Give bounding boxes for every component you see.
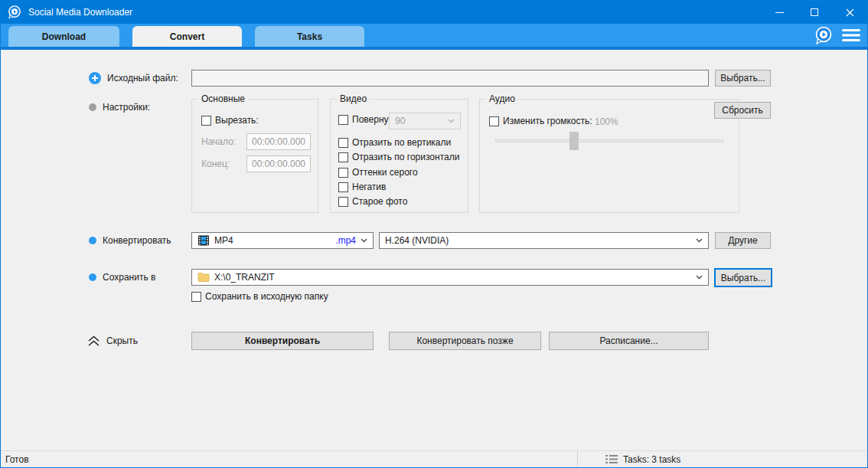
save-label-row: Сохранить в — [89, 269, 155, 286]
save-to-source-row[interactable]: Сохранить в исходную папку — [191, 291, 328, 302]
start-label: Начало: — [201, 136, 236, 147]
negative-label: Негатив — [352, 182, 386, 192]
close-icon — [846, 8, 854, 17]
rotate-checkbox[interactable] — [338, 115, 348, 125]
volume-label: Изменить громкость: — [503, 116, 592, 126]
save-path-value: X:\0_TRANZIT — [214, 272, 691, 283]
volume-value: 100% — [595, 116, 618, 127]
negative-checkbox[interactable] — [338, 182, 348, 192]
source-file-input[interactable] — [191, 70, 709, 87]
flip-horizontal-row[interactable]: Отразить по горизонтали — [338, 152, 459, 162]
group-general: Основные Вырезать: Начало: Конец: — [191, 99, 318, 213]
window-title: Social Media Downloader — [28, 7, 132, 18]
convert-panel: Исходный файл: Выбрать... Настройки: Сбр… — [1, 50, 867, 450]
start-time-input[interactable] — [246, 133, 311, 150]
save-browse-button[interactable]: Выбрать... — [714, 268, 772, 287]
chevron-down-icon — [696, 238, 703, 243]
end-time-input[interactable] — [246, 155, 311, 172]
folder-icon — [197, 272, 210, 283]
app-window: Social Media Downloader Download Convert… — [0, 0, 868, 468]
volume-slider-track[interactable] — [495, 139, 723, 142]
chevron-double-up-icon — [87, 335, 100, 347]
status-bar: Готов Tasks: 3 tasks — [1, 450, 867, 467]
save-path-select[interactable]: X:\0_TRANZIT — [191, 269, 709, 286]
rotate-select-value: 90 — [395, 116, 443, 126]
volume-slider-handle[interactable] — [569, 132, 579, 150]
convert-button[interactable]: Конвертировать — [191, 332, 374, 350]
settings-label-row: Настройки: — [89, 99, 150, 116]
codec-select[interactable]: H.264 (NVIDIA) — [379, 232, 709, 249]
other-formats-button[interactable]: Другие — [715, 232, 771, 249]
grayscale-label: Оттенки серого — [352, 167, 418, 178]
save-label: Сохранить в — [103, 272, 155, 283]
save-bullet-icon — [89, 273, 96, 281]
chevron-down-icon — [448, 119, 455, 123]
cut-label: Вырезать: — [215, 115, 259, 126]
status-text: Готов — [5, 454, 29, 465]
hide-toggle[interactable]: Скрыть — [87, 332, 138, 349]
flip-vertical-row[interactable]: Отразить по вертикали — [338, 137, 451, 148]
maximize-icon — [811, 8, 818, 16]
format-extension: .mp4 — [335, 235, 356, 246]
close-button[interactable] — [832, 1, 867, 24]
window-controls — [762, 1, 867, 24]
flip-vertical-checkbox[interactable] — [338, 138, 348, 148]
old-photo-row[interactable]: Старое фото — [338, 196, 407, 207]
negative-row[interactable]: Негатив — [338, 182, 386, 192]
group-general-legend: Основные — [198, 93, 248, 104]
flip-horizontal-checkbox[interactable] — [338, 152, 348, 162]
grayscale-checkbox[interactable] — [338, 168, 348, 178]
volume-checkbox-row[interactable]: Изменить громкость: — [489, 116, 592, 126]
film-icon — [197, 234, 210, 247]
tasks-count-text: Tasks: 3 tasks — [623, 454, 680, 465]
menu-icon[interactable] — [841, 28, 861, 43]
convert-bullet-icon — [89, 237, 96, 244]
old-photo-label: Старое фото — [352, 196, 407, 207]
end-label: Конец: — [201, 159, 230, 169]
chevron-down-icon — [361, 238, 367, 243]
rotate-select[interactable]: 90 — [389, 113, 461, 129]
hide-label: Скрыть — [106, 335, 138, 346]
convert-label: Конвертировать — [103, 235, 171, 246]
app-icon — [7, 5, 22, 19]
format-select[interactable]: MP4 .mp4 — [191, 232, 374, 249]
source-file-label-row: Исходный файл: — [89, 70, 178, 87]
chevron-down-icon — [696, 275, 703, 280]
save-to-source-label: Сохранить в исходную папку — [205, 291, 328, 302]
tab-bar: Download Convert Tasks — [1, 24, 867, 50]
cut-checkbox-row[interactable]: Вырезать: — [201, 115, 259, 126]
grayscale-row[interactable]: Оттенки серого — [338, 167, 418, 178]
flip-vertical-label: Отразить по вертикали — [352, 137, 451, 148]
tab-download[interactable]: Download — [8, 26, 119, 47]
source-file-label: Исходный файл: — [107, 73, 178, 83]
task-list-icon — [605, 454, 618, 464]
source-browse-button[interactable]: Выбрать... — [715, 70, 771, 87]
title-bar: Social Media Downloader — [1, 1, 867, 24]
schedule-button[interactable]: Расписание... — [549, 332, 709, 350]
volume-checkbox[interactable] — [489, 116, 499, 126]
old-photo-checkbox[interactable] — [338, 197, 348, 207]
tab-convert[interactable]: Convert — [132, 26, 242, 47]
minimize-button[interactable] — [762, 1, 797, 24]
settings-bullet-icon — [89, 103, 96, 111]
flip-horizontal-label: Отразить по горизонтали — [352, 152, 459, 162]
convert-later-button[interactable]: Конвертировать позже — [389, 332, 541, 350]
help-bubble-icon[interactable] — [813, 25, 834, 45]
codec-value: H.264 (NVIDIA) — [385, 235, 691, 246]
group-video: Видео Повернуть 90 Отразить по вертикали… — [330, 99, 468, 213]
convert-label-row: Конвертировать — [89, 232, 171, 249]
settings-label: Настройки: — [103, 102, 150, 113]
group-audio: Аудио Изменить громкость: 100% — [479, 99, 739, 213]
group-video-legend: Видео — [337, 93, 370, 104]
tasks-status[interactable]: Tasks: 3 tasks — [577, 451, 867, 467]
tab-tasks[interactable]: Tasks — [255, 26, 364, 47]
minimize-icon — [775, 12, 784, 13]
save-to-source-checkbox[interactable] — [191, 292, 201, 302]
format-value: MP4 — [214, 235, 233, 246]
add-icon — [89, 72, 101, 84]
group-audio-legend: Аудио — [486, 93, 518, 104]
cut-checkbox[interactable] — [201, 116, 211, 126]
maximize-button[interactable] — [797, 1, 832, 24]
